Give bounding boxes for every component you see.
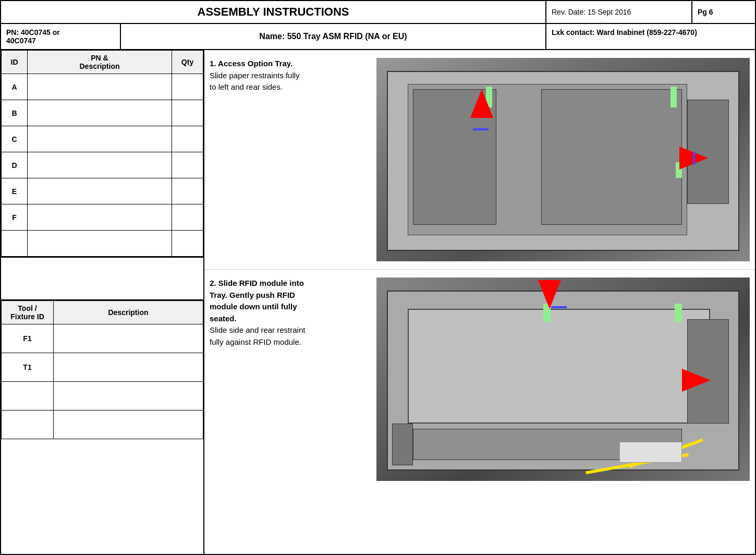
row-qty-d [172,152,203,178]
row-qty-g [172,231,203,257]
blue-accent-3 [551,306,567,308]
table-row [2,411,203,439]
blue-accent-2 [693,152,695,165]
row-pn-b [28,100,172,126]
table-row [2,382,203,411]
tray-slot-right [541,89,682,225]
step-2-text: 2. Slide RFID module intoTray. Gently pu… [210,278,371,348]
table-row: E [2,178,203,204]
left-section-2 [392,424,413,465]
tool-fixture-table: Tool /Fixture ID Description F1 T1 [1,299,203,439]
fixture-id-f1: F1 [2,324,54,353]
row-qty-c [172,126,203,152]
rev-date: Rev. Date: 15 Sept 2016 [546,1,692,23]
page: ASSEMBLY INSTRUCTIONS Rev. Date: 15 Sept… [0,0,756,555]
arrow-right-2 [682,369,711,392]
row-id-f: F [2,204,28,231]
arrow-up-1 [470,89,493,118]
fixture-id-t1: T1 [2,353,54,382]
row-qty-a [172,74,203,100]
row-id-d: D [2,152,28,178]
right-panel: 1. Access Option Tray. Slide paper restr… [204,50,755,554]
fixture-desc-4 [54,411,203,439]
table-row [2,231,203,257]
row-pn-f [28,204,172,231]
step-1-text: 1. Access Option Tray. Slide paper restr… [210,58,371,93]
col-header-pn: PN &Description [28,51,172,74]
header-top: ASSEMBLY INSTRUCTIONS Rev. Date: 15 Sept… [1,1,755,24]
row-qty-f [172,204,203,231]
row-id-b: B [2,100,28,126]
header-second: PN: 40C0745 or 40C0747 Name: 550 Tray AS… [1,24,755,50]
page-number: Pg 6 [692,1,755,23]
table-row: B [2,100,203,126]
row-id-e: E [2,178,28,204]
parts-table: ID PN &Description Qty A B [1,50,203,258]
step-1-section: 1. Access Option Tray. Slide paper restr… [204,50,755,270]
fixture-desc-3 [54,382,203,411]
step-2-detail: Slide side and rear restraintfully again… [210,325,305,346]
step-2-section: 2. Slide RFID module intoTray. Gently pu… [204,270,755,489]
table-row: A [2,74,203,100]
fixture-id-3 [2,382,54,411]
part-number: PN: 40C0745 or 40C0747 [1,24,121,49]
step-1-number: 1. Access Option Tray. [210,59,292,68]
table-row: C [2,126,203,152]
col-header-id: ID [2,51,28,74]
step-1-detail: Slide paper restraints fullyto left and … [210,71,300,92]
row-qty-b [172,100,203,126]
row-pn-c [28,126,172,152]
table-row: F [2,204,203,231]
row-id-g [2,231,28,257]
main-content: ID PN &Description Qty A B [1,50,755,554]
col-header-fixture-id: Tool /Fixture ID [2,301,54,324]
rfid-module [408,309,710,424]
col-header-qty: Qty [172,51,203,74]
row-id-a: A [2,74,28,100]
step-2-number: 2. Slide RFID module intoTray. Gently pu… [210,279,304,323]
arrow-down-1 [538,280,561,309]
spacer [1,258,203,299]
row-pn-g [28,231,172,257]
table-row: D [2,152,203,178]
green-strip-5 [675,304,682,322]
row-pn-d [28,152,172,178]
row-id-c: C [2,126,28,152]
contact-info: Lxk contact: Ward Inabinet (859-227-4670… [546,24,755,49]
step-1-image [376,58,750,261]
fixture-desc-f1 [54,324,203,353]
step-2-image [376,278,750,481]
assembly-name: Name: 550 Tray ASM RFID (NA or EU) [121,24,546,49]
table-row: F1 [2,324,203,353]
row-qty-e [172,178,203,204]
assembly-title: ASSEMBLY INSTRUCTIONS [1,1,546,23]
green-strip-2 [670,87,677,107]
table-row: T1 [2,353,203,382]
blue-accent-1 [473,128,489,130]
fixture-id-4 [2,411,54,439]
white-piece [619,442,682,463]
fixture-desc-t1 [54,353,203,382]
col-header-description: Description [54,301,203,324]
left-panel: ID PN &Description Qty A B [1,50,204,554]
row-pn-a [28,74,172,100]
row-pn-e [28,178,172,204]
